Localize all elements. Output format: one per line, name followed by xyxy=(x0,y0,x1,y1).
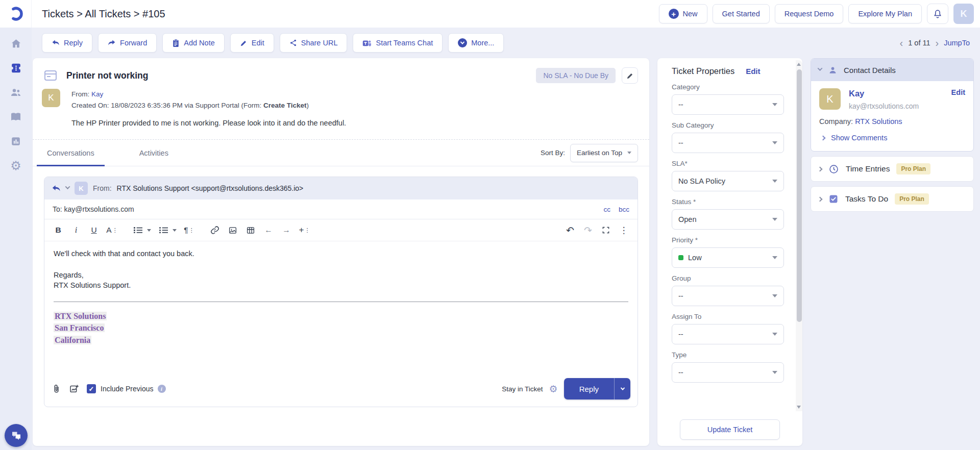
scrollbar-thumb[interactable] xyxy=(797,69,802,322)
note-clipboard-icon xyxy=(172,39,180,47)
field-group: Group -- xyxy=(672,274,784,306)
sidebar-item-home[interactable] xyxy=(7,36,24,51)
chart-icon xyxy=(10,136,21,147)
field-status: Status * Open xyxy=(672,198,784,230)
book-icon xyxy=(10,111,22,123)
caret-down-icon xyxy=(772,333,777,336)
request-demo-button[interactable]: Request Demo xyxy=(775,4,844,23)
tab-conversations[interactable]: Conversations xyxy=(44,140,97,166)
scroll-down-arrow[interactable] xyxy=(797,406,801,409)
sidebar-item-reports[interactable] xyxy=(7,134,24,149)
insert-link-button[interactable] xyxy=(209,224,220,236)
fullscreen-button[interactable] xyxy=(600,224,611,236)
requester-from-line: From: Kay xyxy=(71,89,309,100)
update-ticket-button[interactable]: Update Ticket xyxy=(680,419,780,440)
properties-scrollbar[interactable] xyxy=(796,60,802,411)
priority-select[interactable]: Low xyxy=(672,247,784,268)
bullet-list-button[interactable] xyxy=(158,224,169,236)
editor-more-button[interactable]: ⋮ xyxy=(618,224,629,236)
status-select[interactable]: Open xyxy=(672,209,784,230)
sidebar-item-contacts[interactable] xyxy=(7,85,24,100)
indent-button[interactable]: → xyxy=(281,224,292,236)
contact-edit-link[interactable]: Edit xyxy=(951,88,965,110)
explore-my-plan-button[interactable]: Explore My Plan xyxy=(848,4,922,23)
ticket-subject-icon xyxy=(44,70,57,81)
paragraph-format-button[interactable]: ¶⋮ xyxy=(183,224,194,236)
insert-image-button[interactable] xyxy=(227,224,238,236)
underline-button[interactable]: U xyxy=(88,224,100,236)
more-button[interactable]: More... xyxy=(448,33,504,53)
send-reply-button[interactable]: Reply xyxy=(564,378,614,399)
bullet-list-caret[interactable] xyxy=(173,229,177,232)
gear-icon: ⚙ xyxy=(10,160,21,172)
edit-due-date-button[interactable] xyxy=(622,67,638,84)
reply-type-caret-icon[interactable] xyxy=(65,184,70,189)
share-url-button[interactable]: Share URL xyxy=(280,33,348,53)
notifications-button[interactable] xyxy=(927,4,948,24)
sidebar-item-knowledge-base[interactable] xyxy=(7,109,24,124)
cc-link[interactable]: cc xyxy=(603,206,610,213)
bcc-link[interactable]: bcc xyxy=(619,206,629,213)
sort-order-select[interactable]: Earliest on Top xyxy=(570,144,638,162)
insert-table-button[interactable] xyxy=(245,224,256,236)
outdent-button[interactable]: ← xyxy=(263,224,274,236)
edit-ticket-button[interactable]: Edit xyxy=(230,33,274,53)
group-select[interactable]: -- xyxy=(672,286,784,306)
italic-button[interactable]: i xyxy=(70,224,82,236)
get-started-button[interactable]: Get Started xyxy=(713,4,770,23)
editor-content[interactable]: We'll check with that and contact you ba… xyxy=(44,241,638,373)
to-address[interactable]: To: kay@rtxsolutions.com xyxy=(53,205,134,213)
ordered-list-caret[interactable] xyxy=(147,229,151,232)
sidebar-item-settings[interactable]: ⚙ xyxy=(7,158,24,173)
insert-more-button[interactable]: +⋮ xyxy=(299,224,310,236)
sla-select[interactable]: No SLA Policy xyxy=(672,171,784,191)
reply-options-caret[interactable] xyxy=(614,378,630,399)
person-icon xyxy=(828,65,838,75)
sub-category-select[interactable]: -- xyxy=(672,133,784,153)
company-link[interactable]: RTX Solutions xyxy=(855,117,902,126)
desk365-logo-icon xyxy=(8,6,23,21)
reply-body-line: Regards, xyxy=(54,271,628,279)
reply-arrow-icon xyxy=(52,185,61,192)
forward-arrow-icon xyxy=(108,39,116,46)
field-priority: Priority * Low xyxy=(672,236,784,268)
category-select[interactable]: -- xyxy=(672,94,784,115)
bold-button[interactable]: B xyxy=(53,224,64,236)
assign-to-select[interactable]: -- xyxy=(672,324,784,344)
user-avatar[interactable]: K xyxy=(953,4,974,24)
font-format-button[interactable]: A⋮ xyxy=(106,224,117,236)
reply-settings-gear-icon[interactable]: ⚙ xyxy=(549,384,558,394)
jumpto-link[interactable]: JumpTo xyxy=(944,39,970,47)
app-logo[interactable] xyxy=(0,0,32,28)
properties-edit-link[interactable]: Edit xyxy=(746,67,760,76)
tasks-to-do-header[interactable]: Tasks To Do Pro Plan xyxy=(811,187,973,211)
chat-bubbles-icon xyxy=(10,430,22,442)
scroll-up-arrow[interactable] xyxy=(797,63,801,66)
undo-button[interactable]: ↶ xyxy=(565,224,576,236)
attach-file-button[interactable] xyxy=(52,384,62,394)
prev-ticket-button[interactable]: ‹ xyxy=(899,38,904,48)
forward-button[interactable]: Forward xyxy=(98,33,157,53)
support-chat-button[interactable] xyxy=(5,424,28,447)
add-note-button[interactable]: Add Note xyxy=(162,33,224,53)
new-button[interactable]: + New xyxy=(659,4,707,23)
start-teams-chat-button[interactable]: Start Teams Chat xyxy=(353,33,443,53)
reply-toolbar-button[interactable]: Reply xyxy=(42,33,92,53)
type-select[interactable]: -- xyxy=(672,362,784,383)
show-comments-toggle[interactable]: Show Comments xyxy=(819,134,965,142)
time-entries-title: Time Entries xyxy=(846,164,890,173)
next-ticket-button[interactable]: › xyxy=(935,38,940,48)
sidebar-item-tickets[interactable] xyxy=(7,60,24,76)
ordered-list-button[interactable] xyxy=(132,224,143,236)
share-icon xyxy=(289,39,297,47)
contact-company-row: Company: RTX Solutions xyxy=(819,117,965,126)
time-entries-header[interactable]: Time Entries Pro Plan xyxy=(811,157,973,181)
redo-button[interactable]: ↷ xyxy=(582,224,594,236)
contact-name[interactable]: Kay xyxy=(849,89,951,98)
requester-name-link[interactable]: Kay xyxy=(91,90,103,98)
editor-toolbar: B i U A⋮ ¶⋮ xyxy=(44,219,638,241)
tab-activities[interactable]: Activities xyxy=(136,140,172,166)
contact-details-header[interactable]: Contact Details xyxy=(811,59,973,81)
include-previous-checkbox[interactable]: ✓ xyxy=(87,384,96,393)
canned-response-button[interactable] xyxy=(69,384,80,394)
